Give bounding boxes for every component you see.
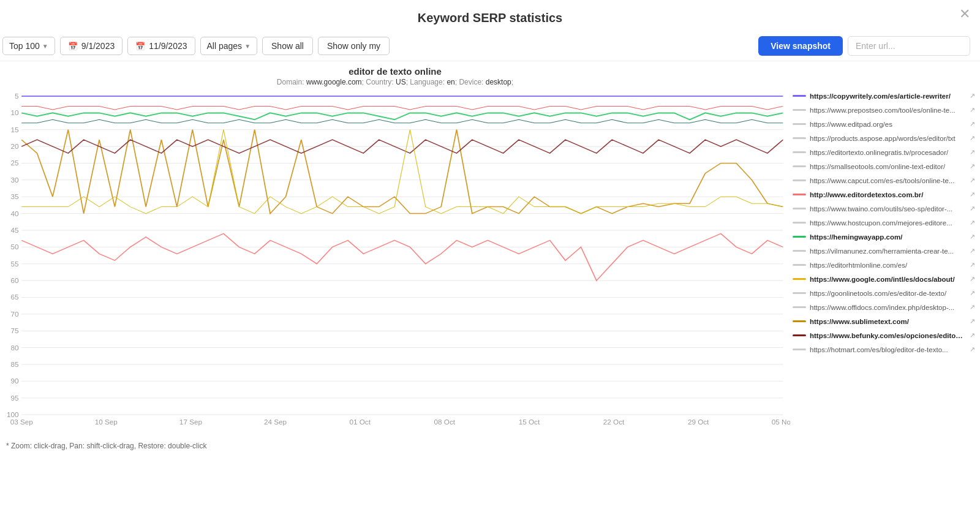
legend-line bbox=[793, 208, 806, 209]
legend-item[interactable]: https://www.editpad.org/es↗ bbox=[793, 120, 975, 128]
legend-external-link-icon[interactable]: ↗ bbox=[970, 331, 975, 339]
legend-line bbox=[793, 250, 806, 252]
legend-item[interactable]: https://hemingwayapp.com/↗ bbox=[793, 233, 975, 241]
legend-external-link-icon[interactable]: ↗ bbox=[970, 261, 975, 269]
legend-external-link-icon[interactable]: ↗ bbox=[970, 190, 975, 198]
svg-text:03 Sep: 03 Sep bbox=[10, 419, 33, 426]
legend-external-link-icon[interactable]: ↗ bbox=[970, 233, 975, 241]
legend-external-link-icon[interactable]: ↗ bbox=[970, 176, 975, 184]
svg-text:75: 75 bbox=[10, 328, 18, 334]
legend-external-link-icon[interactable]: ↗ bbox=[970, 205, 975, 213]
legend-url: https://www.google.com/intl/es/docs/abou… bbox=[810, 276, 955, 283]
legend-url: http://www.editordetextos.com.br/ bbox=[810, 191, 924, 198]
svg-text:55: 55 bbox=[10, 261, 18, 268]
legend-line bbox=[793, 264, 806, 266]
svg-text:45: 45 bbox=[10, 227, 18, 234]
legend-url: https://vilmanunez.com/herramienta-crear… bbox=[810, 247, 954, 255]
chart-title: editor de texto online bbox=[0, 66, 790, 77]
legend-line bbox=[793, 109, 806, 111]
legend-item[interactable]: https://vilmanunez.com/herramienta-crear… bbox=[793, 247, 975, 255]
legend-item[interactable]: https://www.befunky.com/es/opciones/edit… bbox=[793, 331, 975, 339]
legend-external-link-icon[interactable]: ↗ bbox=[970, 345, 975, 353]
show-all-button[interactable]: Show all bbox=[262, 37, 313, 55]
legend-external-link-icon[interactable]: ↗ bbox=[970, 317, 975, 325]
url-search-input[interactable] bbox=[848, 36, 970, 56]
legend-item[interactable]: https://www.capcut.com/es-es/tools/onlin… bbox=[793, 176, 975, 184]
close-button[interactable]: ✕ bbox=[959, 6, 970, 22]
calendar-end-icon: 📅 bbox=[135, 42, 145, 51]
legend-line bbox=[793, 95, 806, 97]
legend-line bbox=[793, 306, 806, 308]
top100-dropdown[interactable]: Top 100 ▼ bbox=[2, 37, 55, 55]
legend-item[interactable]: https://copywritely.com/es/article-rewri… bbox=[793, 92, 975, 100]
legend-url: https://hemingwayapp.com/ bbox=[810, 233, 902, 241]
legend-url: https://editortexto.onlinegratis.tv/proc… bbox=[810, 149, 948, 156]
legend-line bbox=[793, 194, 806, 195]
svg-text:95: 95 bbox=[10, 394, 18, 401]
legend-item[interactable]: https://www.twaino.com/outils/seo-sp/edi… bbox=[793, 205, 975, 213]
date-start-picker[interactable]: 📅 9/1/2023 bbox=[60, 37, 123, 55]
zoom-hint: * Zoom: click-drag, Pan: shift-click-dra… bbox=[0, 439, 790, 455]
legend-item[interactable]: https://www.prepostseo.com/tool/es/onlin… bbox=[793, 106, 975, 114]
legend-item[interactable]: https://www.sublimetext.com/↗ bbox=[793, 317, 975, 325]
legend-url: https://goonlinetools.com/es/editor-de-t… bbox=[810, 290, 946, 297]
legend-item[interactable]: http://www.editordetextos.com.br/↗ bbox=[793, 190, 975, 198]
date-end-picker[interactable]: 📅 11/9/2023 bbox=[127, 37, 195, 55]
legend-item[interactable]: https://editorhtmlonline.com/es/↗ bbox=[793, 261, 975, 269]
legend-item[interactable]: https://www.offidocs.com/index.php/deskt… bbox=[793, 303, 975, 311]
legend-external-link-icon[interactable]: ↗ bbox=[970, 92, 975, 100]
legend-external-link-icon[interactable]: ↗ bbox=[970, 219, 975, 227]
svg-text:20: 20 bbox=[10, 143, 18, 150]
legend-line bbox=[793, 137, 806, 139]
svg-text:10: 10 bbox=[10, 110, 18, 116]
legend-url: https://www.capcut.com/es-es/tools/onlin… bbox=[810, 177, 955, 184]
legend-line bbox=[793, 179, 806, 181]
legend-line bbox=[793, 222, 806, 224]
legend-url: https://editorhtmlonline.com/es/ bbox=[810, 262, 907, 269]
chart-subtitle: Domain: www.google.com; Country: US; Lan… bbox=[0, 78, 790, 86]
svg-text:50: 50 bbox=[10, 244, 18, 251]
legend-item[interactable]: https://goonlinetools.com/es/editor-de-t… bbox=[793, 289, 975, 297]
page-title: Keyword SERP statistics bbox=[0, 0, 980, 31]
legend-item[interactable]: https://products.aspose.app/words/es/edi… bbox=[793, 134, 975, 142]
legend-item[interactable]: https://www.google.com/intl/es/docs/abou… bbox=[793, 275, 975, 283]
svg-text:22 Oct: 22 Oct bbox=[603, 419, 624, 426]
top100-label: Top 100 bbox=[9, 41, 40, 51]
legend-external-link-icon[interactable]: ↗ bbox=[970, 106, 975, 114]
legend-external-link-icon[interactable]: ↗ bbox=[970, 275, 975, 283]
legend-url: https://smallseotools.com/online-text-ed… bbox=[810, 163, 945, 170]
legend-url: https://www.editpad.org/es bbox=[810, 121, 892, 128]
legend-external-link-icon[interactable]: ↗ bbox=[970, 289, 975, 297]
legend-item[interactable]: https://hotmart.com/es/blog/editor-de-te… bbox=[793, 345, 975, 353]
calendar-start-icon: 📅 bbox=[68, 42, 78, 51]
svg-text:40: 40 bbox=[10, 210, 18, 217]
legend-line bbox=[793, 123, 806, 125]
svg-text:15: 15 bbox=[10, 127, 18, 134]
chart-container[interactable]: 5101520253035404550556065707580859095100… bbox=[0, 90, 790, 439]
show-only-my-button[interactable]: Show only my bbox=[318, 37, 390, 55]
legend-url: https://www.befunky.com/es/opciones/edit… bbox=[810, 332, 963, 339]
all-pages-chevron-icon: ▼ bbox=[244, 43, 251, 50]
legend-external-link-icon[interactable]: ↗ bbox=[970, 134, 975, 142]
date-start-value: 9/1/2023 bbox=[81, 41, 115, 51]
legend-line bbox=[793, 349, 806, 350]
view-snapshot-button[interactable]: View snapshot bbox=[758, 36, 843, 56]
legend-line bbox=[793, 236, 806, 238]
legend-item[interactable]: https://www.hostcupon.com/mejores-editor… bbox=[793, 219, 975, 227]
legend-url: https://www.twaino.com/outils/seo-sp/edi… bbox=[810, 205, 952, 213]
date-end-value: 11/9/2023 bbox=[149, 41, 187, 51]
legend-line bbox=[793, 320, 806, 322]
legend-line bbox=[793, 165, 806, 167]
legend-line bbox=[793, 334, 806, 336]
all-pages-dropdown[interactable]: All pages ▼ bbox=[200, 37, 258, 55]
legend-external-link-icon[interactable]: ↗ bbox=[970, 162, 975, 170]
legend-item[interactable]: https://editortexto.onlinegratis.tv/proc… bbox=[793, 148, 975, 156]
top100-chevron-icon: ▼ bbox=[42, 43, 48, 50]
legend-external-link-icon[interactable]: ↗ bbox=[970, 247, 975, 255]
legend-external-link-icon[interactable]: ↗ bbox=[970, 303, 975, 311]
legend-external-link-icon[interactable]: ↗ bbox=[970, 148, 975, 156]
legend-line bbox=[793, 151, 806, 153]
legend-item[interactable]: https://smallseotools.com/online-text-ed… bbox=[793, 162, 975, 170]
svg-text:60: 60 bbox=[10, 277, 18, 284]
legend-external-link-icon[interactable]: ↗ bbox=[970, 120, 975, 128]
